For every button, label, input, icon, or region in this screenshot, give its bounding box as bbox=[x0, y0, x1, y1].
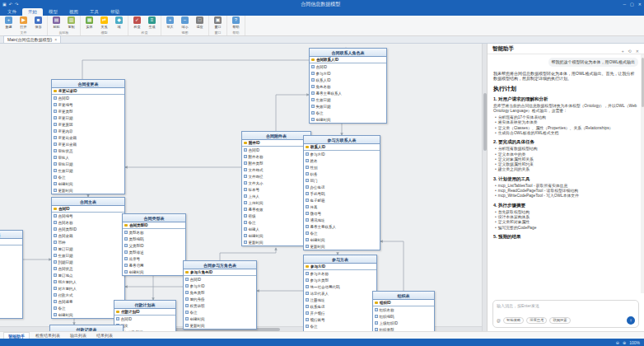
entity-field: 变更类型 bbox=[52, 108, 124, 115]
relationship-line[interactable] bbox=[380, 241, 404, 291]
chat-input-box[interactable]: @ 智能策略深度思考联网搜索 ↑ bbox=[492, 300, 639, 328]
copy-icon: ▥ bbox=[68, 16, 75, 24]
entity-table[interactable]: 付款记录表付款记录ID付款计划ID合同ID实际付款日期实际付款金额付款方式凭证号… bbox=[49, 325, 124, 331]
ribbon-button-适应[interactable]: □适应 bbox=[194, 16, 206, 29]
zoom-out-icon[interactable]: ⊖ bbox=[616, 340, 619, 345]
zoom-in-icon[interactable]: ⊕ bbox=[623, 340, 626, 345]
entity-field: 电子邮箱 bbox=[304, 197, 380, 203]
entity-field: 备注 bbox=[184, 309, 256, 316]
entity-table[interactable]: 参与方联系人表联系人ID参与方ID姓名性别职务部门办公电话手机号码电子邮箱传真微… bbox=[303, 135, 380, 250]
entity-table[interactable]: 参与方表参与方ID参与方名称参与方类型统一社会信用代码法定代表人注册地址联系电话… bbox=[303, 255, 377, 331]
chat-input[interactable] bbox=[497, 303, 635, 308]
column-icon bbox=[306, 225, 309, 228]
undo-icon[interactable]: ↶ bbox=[9, 2, 12, 7]
maximize-button[interactable]: ▢ bbox=[630, 2, 634, 7]
ribbon-button-实体[interactable]: ▦实体 bbox=[83, 16, 96, 29]
entity-table[interactable]: 合同联系人角色表合同联系人ID合同ID参与方ID联系人ID角色名称是否主要联系人… bbox=[309, 48, 387, 124]
close-tab-icon[interactable]: × bbox=[54, 37, 57, 42]
field-name: 创建时间 bbox=[190, 317, 205, 321]
field-name: 组织类型 bbox=[380, 328, 394, 332]
send-button[interactable]: ↑ bbox=[627, 316, 635, 325]
field-name: 更新时间 bbox=[58, 189, 73, 193]
field-name: 签约身份 bbox=[190, 297, 205, 302]
field-name: 合同金额 bbox=[58, 234, 73, 238]
toggle-联网搜索[interactable]: 联网搜索 bbox=[549, 317, 570, 325]
entity-table[interactable]: 合同附件表附件ID合同ID附件名称附件类型文件格式文件路径文件大小版本号上传人上… bbox=[241, 131, 311, 246]
entity-field: 付款方式 bbox=[52, 292, 124, 298]
ribbon-button-窗口[interactable]: ▣窗口 bbox=[212, 16, 224, 29]
ribbon-tab-模型[interactable]: 模型 bbox=[43, 8, 63, 16]
ribbon-tab-文件[interactable]: 文件 bbox=[2, 8, 22, 16]
ribbon-button-生成[interactable]: ≡生成 bbox=[146, 16, 158, 29]
minimize-button[interactable]: ─ bbox=[623, 2, 627, 7]
plan-section-title: 4. 执行步骤摘要 bbox=[493, 203, 638, 208]
entity-table[interactable]: 组织表组织ID组织名称组织编码上级组织ID组织类型负责人联系电话备注创建时间 bbox=[372, 291, 435, 331]
relationship-line[interactable] bbox=[276, 95, 309, 131]
ribbon-button-粘贴[interactable]: ▤粘贴 bbox=[50, 16, 63, 29]
bullet-icon: • bbox=[495, 167, 497, 172]
ribbon-button-关系[interactable]: ⇄关系 bbox=[98, 16, 110, 29]
scrollbar-thumb[interactable] bbox=[642, 58, 644, 107]
ribbon-tab-帮助[interactable]: 帮助 bbox=[105, 8, 125, 16]
bottom-tab-输出列表[interactable]: 输出列表 bbox=[66, 332, 91, 339]
toggle-深度思考[interactable]: 深度思考 bbox=[526, 317, 547, 325]
ribbon-tab-开始[interactable]: 开始 bbox=[22, 8, 43, 16]
field-name: 审批人 bbox=[58, 156, 70, 160]
close-panel-icon[interactable]: ✕ bbox=[636, 49, 639, 54]
new-chat-icon[interactable]: + bbox=[622, 49, 624, 54]
ribbon-tab-视图[interactable]: 视图 bbox=[63, 8, 84, 16]
field-name: 注册地址 bbox=[310, 298, 325, 302]
relationship-line[interactable] bbox=[220, 248, 276, 260]
diagram-canvas[interactable]: 合同联系人角色表合同联系人ID合同ID参与方ID联系人ID角色名称是否主要联系人… bbox=[0, 44, 487, 331]
entity-table[interactable]: 合同类型表合同类型ID类型名称类型编码父类型ID类型描述排序号是否启用创建时间 bbox=[122, 213, 186, 276]
column-icon bbox=[244, 221, 247, 224]
field-name: 参与方ID bbox=[190, 284, 205, 288]
ribbon-button-帮助[interactable]: ?帮助 bbox=[230, 16, 242, 29]
ribbon-button-复制[interactable]: ▥复制 bbox=[65, 16, 77, 29]
ribbon-button-新建[interactable]: +新建 bbox=[2, 16, 15, 29]
panel-scrollbar[interactable] bbox=[641, 54, 644, 293]
column-icon bbox=[306, 272, 309, 275]
field-name: 银行账号 bbox=[310, 318, 325, 322]
entity-table[interactable]: 合同变更表变更记录ID合同ID变更编号变更类型变更日期变更原因变更内容变更前金额… bbox=[51, 79, 125, 194]
entity-field: 联系人ID bbox=[304, 144, 380, 151]
entity-field: 审批日期 bbox=[52, 161, 124, 167]
field-name: 更新时间 bbox=[190, 324, 205, 328]
ribbon-button-label: 复制 bbox=[68, 25, 75, 29]
entity-field: 提醒内容 bbox=[0, 278, 22, 285]
column-icon bbox=[311, 105, 315, 108]
toggle-智能策略[interactable]: 智能策略 bbox=[503, 317, 524, 325]
field-name: 法定代表人 bbox=[310, 292, 329, 296]
ribbon-button-检查[interactable]: ✓检查 bbox=[131, 16, 143, 29]
ribbon-button-打开[interactable]: ▶打开 bbox=[17, 16, 30, 29]
history-icon[interactable]: ⟲ bbox=[628, 49, 632, 54]
ribbon-button-缩小[interactable]: −缩小 bbox=[179, 16, 191, 29]
column-icon bbox=[306, 298, 309, 302]
column-icon bbox=[54, 123, 57, 126]
ribbon-button-保存[interactable]: ■保存 bbox=[32, 16, 44, 29]
close-button[interactable]: ✕ bbox=[638, 2, 642, 7]
entity-field: 创建时间 bbox=[0, 305, 22, 311]
entity-field: 附件ID bbox=[242, 140, 310, 147]
entity-table[interactable]: 提醒事件表提醒ID合同ID提醒类型提醒日期提醒方式接收人提醒内容处理状态发送时间… bbox=[0, 230, 23, 319]
column-icon bbox=[54, 110, 57, 113]
field-name: 版本号 bbox=[249, 188, 260, 192]
column-icon bbox=[54, 156, 57, 159]
ribbon-tab-工具[interactable]: 工具 bbox=[84, 8, 105, 16]
bottom-tab-检查结果列表[interactable]: 检查结果列表 bbox=[31, 332, 64, 339]
field-name: 创建时间 bbox=[129, 270, 144, 274]
entity-field: 是否主要联系人 bbox=[304, 223, 380, 230]
entity-title: 提醒事件表 bbox=[0, 231, 22, 239]
field-name: 合同ID bbox=[249, 148, 260, 152]
entity-field: 通讯地址 bbox=[304, 217, 380, 223]
entity-table[interactable]: 合同参与方角色表参与方角色ID合同ID参与方ID角色类型签约身份权责说明备注创建… bbox=[183, 260, 257, 330]
entity-field: 合同ID bbox=[242, 147, 310, 153]
ribbon-button-域[interactable]: ◆域 bbox=[113, 16, 125, 29]
save-icon[interactable]: ▣ bbox=[2, 2, 7, 7]
relationship-line[interactable] bbox=[82, 48, 346, 79]
document-tab[interactable]: Main(合同信息数据模型)× bbox=[3, 35, 61, 43]
ribbon-button-放大[interactable]: +放大 bbox=[164, 16, 176, 29]
bottom-tab-结果列表[interactable]: 结果列表 bbox=[92, 332, 117, 339]
mention-icon[interactable]: @ bbox=[497, 318, 501, 323]
ribbon-group-视图: +放大−缩小□适应视图 bbox=[161, 16, 209, 35]
